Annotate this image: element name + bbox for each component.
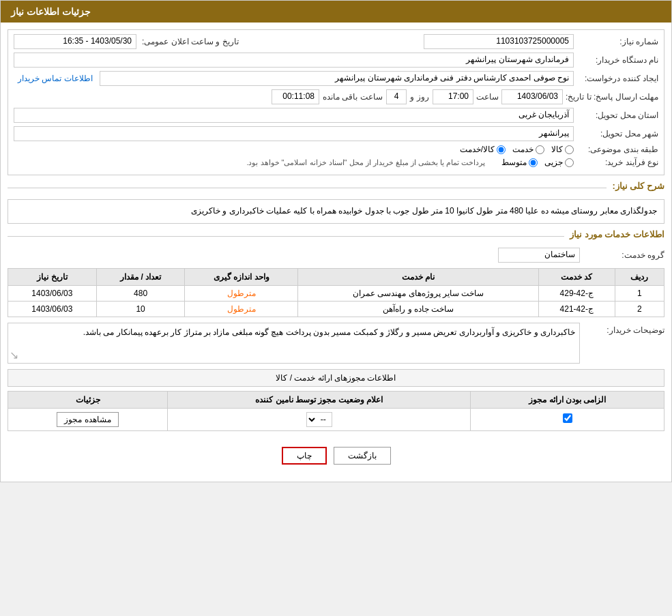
process-note: پرداخت تمام یا بخشی از مبلغ خریدار از مح…	[246, 158, 485, 167]
reply-date: 1403/06/03	[501, 89, 563, 104]
category-khedmat-label: خدمت	[512, 145, 534, 154]
back-button[interactable]: بازگشت	[334, 447, 391, 465]
view-permit-button[interactable]: مشاهده مجوز	[57, 412, 118, 427]
reply-days: 4	[386, 89, 407, 104]
service-group-value: ساختمان	[498, 248, 580, 263]
cell-row: 2	[615, 301, 664, 317]
category-label: طبقه بندی موضوعی:	[576, 145, 658, 154]
table-row: 1 ج-42-429 ساخت سایر پروژه‌های مهندسی عم…	[8, 285, 664, 301]
reply-time: 17:00	[433, 89, 473, 104]
permits-required-checkbox[interactable]	[563, 413, 572, 423]
page-title: جزئیات اطلاعات نیاز	[1, 1, 671, 23]
permits-status-select[interactable]: --	[306, 412, 332, 427]
city-value: پیرانشهر	[14, 126, 574, 141]
cell-date: 1403/06/03	[8, 285, 97, 301]
category-radio-group: کالا خدمت کالا/خدمت	[460, 145, 574, 154]
permits-row: -- مشاهده مجوز	[8, 408, 664, 430]
process-radio-jozi[interactable]	[565, 158, 574, 167]
col-header-date: تاریخ نیاز	[8, 268, 97, 285]
cell-row: 1	[615, 285, 664, 301]
table-row: 2 ج-42-421 ساخت جاده و راه‌آهن مترطول 10…	[8, 301, 664, 317]
cell-qty: 480	[96, 285, 185, 301]
process-jozi-label: جزیی	[544, 158, 563, 167]
process-motevaset-label: متوسط	[501, 158, 527, 167]
col-header-unit: واحد اندازه گیری	[185, 268, 298, 285]
permits-table: الزامی بودن ارائه مجوز اعلام وضعیت مجوز …	[8, 391, 664, 431]
cell-unit: مترطول	[185, 285, 298, 301]
buyer-name-value: فرمانداری شهرستان پیرانشهر	[14, 53, 574, 68]
resize-handle: ↘	[10, 349, 18, 362]
services-table: ردیف کد خدمت نام خدمت واحد اندازه گیری ت…	[8, 268, 664, 317]
contact-link[interactable]: اطلاعات تماس خریدار	[18, 74, 93, 83]
cell-name: ساخت جاده و راه‌آهن	[298, 301, 538, 317]
reply-time-label: ساعت	[476, 92, 499, 102]
reply-deadline-label: مهلت ارسال پاسخ: تا تاریخ:	[566, 92, 658, 102]
category-radio-kala-khedmat[interactable]	[497, 145, 506, 154]
cell-unit: مترطول	[185, 301, 298, 317]
need-number-value: 1103103725000005	[424, 34, 574, 49]
description-value: جدولگذاری معابر روستای میشه ده علیا 480 …	[8, 199, 664, 224]
cell-code: ج-42-429	[538, 285, 615, 301]
process-radio-motevaset[interactable]	[529, 158, 538, 167]
announce-datetime-value: 1403/05/30 - 16:35	[14, 34, 136, 49]
permits-title: اطلاعات مجوزهای ارائه خدمت / کالا	[8, 369, 664, 387]
buyer-notes-label: توضیحات خریدار:	[583, 325, 664, 335]
announce-datetime-label: تاریخ و ساعت اعلان عمومی:	[142, 37, 239, 46]
reply-remaining: 00:11:08	[272, 89, 319, 104]
reply-days-label: روز و	[409, 92, 430, 102]
province-value: آذربایجان غربی	[14, 108, 574, 123]
category-kala-label: کالا	[551, 145, 563, 154]
category-radio-kala[interactable]	[565, 145, 574, 154]
permits-col-status: اعلام وضعیت مجوز توسط نامین کننده	[168, 391, 471, 408]
buyer-notes-value: خاکبرداری و خاکریزی و آواربرداری تعریض م…	[83, 327, 575, 337]
description-title: شرح کلی نیاز:	[612, 181, 664, 191]
process-radio-group: جزیی متوسط	[501, 158, 574, 167]
cell-date: 1403/06/03	[8, 301, 97, 317]
creator-value: نوح صوفی احمدی کارشناس دفتر فنی فرماندار…	[100, 71, 574, 86]
service-group-label: گروه خدمت:	[583, 250, 664, 260]
bottom-buttons: بازگشت چاپ	[8, 437, 664, 475]
cell-qty: 10	[96, 301, 185, 317]
reply-remaining-label: ساعت باقی مانده	[322, 92, 383, 102]
category-kala-khedmat-label: کالا/خدمت	[460, 145, 495, 154]
cell-name: ساخت سایر پروژه‌های مهندسی عمران	[298, 285, 538, 301]
need-number-label: شماره نیاز:	[576, 37, 658, 46]
print-button[interactable]: چاپ	[282, 447, 327, 465]
cell-code: ج-42-421	[538, 301, 615, 317]
permits-col-details: جزئیات	[8, 391, 168, 408]
col-header-code: کد خدمت	[538, 268, 615, 285]
creator-label: ایجاد کننده درخواست:	[576, 74, 658, 83]
category-radio-khedmat[interactable]	[536, 145, 544, 154]
province-label: استان محل تحویل:	[576, 111, 658, 120]
services-title: اطلاعات خدمات مورد نیاز	[570, 229, 664, 239]
process-type-label: نوع فرآیند خرید:	[576, 158, 658, 167]
col-header-qty: تعداد / مقدار	[96, 268, 185, 285]
permits-col-required: الزامی بودن ارائه مجوز	[471, 391, 664, 408]
city-label: شهر محل تحویل:	[576, 129, 658, 138]
col-header-name: نام خدمت	[298, 268, 538, 285]
col-header-row: ردیف	[615, 268, 664, 285]
buyer-name-label: نام دستگاه خریدار:	[576, 55, 658, 65]
